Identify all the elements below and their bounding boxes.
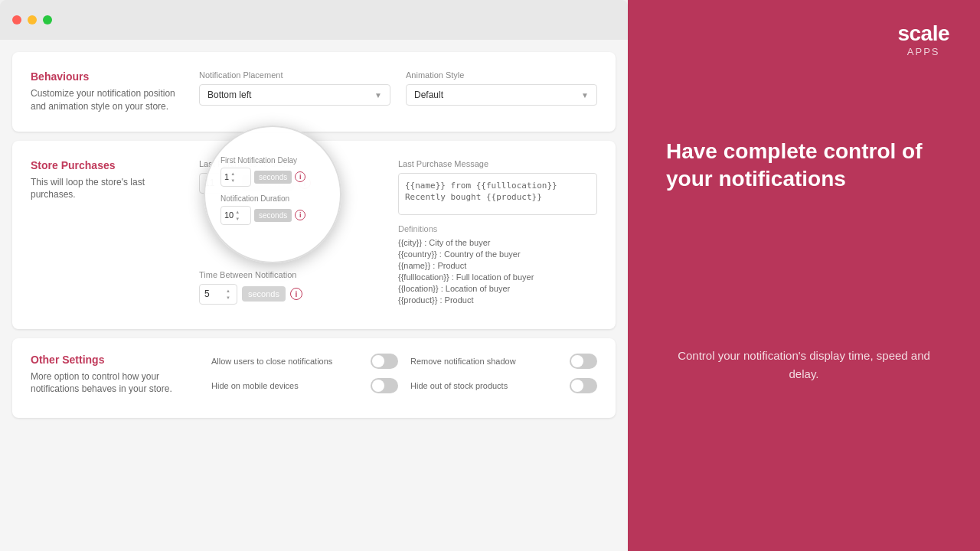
last-purchase-message-label: Last Purchase Message [398, 159, 597, 168]
first-notification-unit: seconds [254, 171, 292, 184]
time-between-input[interactable]: 5 ▲ ▼ [199, 284, 237, 305]
browser-chrome [0, 0, 628, 40]
store-purchases-title: Store Purchases [31, 159, 184, 171]
notification-duration-label: Notification Duration [220, 194, 325, 203]
close-button[interactable] [12, 15, 21, 24]
chevron-down-icon-2: ▼ [581, 91, 589, 99]
hide-stock-row: Hide out of stock products [410, 378, 597, 393]
notification-duration-value: 10 [224, 210, 234, 220]
animation-style-label: Animation Style [406, 70, 597, 80]
other-settings-left: Other Settings More option to control ho… [31, 354, 199, 396]
down-first-notif-icon[interactable]: ▼ [229, 178, 237, 184]
brand-sub: Apps [897, 46, 949, 57]
time-between-unit: seconds [242, 286, 286, 302]
notification-duration-arrows: ▲ ▼ [234, 209, 241, 222]
store-purchases-right-col: Last Purchase Message Definitions {{city… [398, 159, 597, 311]
definition-item: {{product}} : Product [398, 295, 597, 305]
definitions-col: Definitions {{city}} : City of the buyer… [398, 224, 597, 305]
definition-item: {{fulllocation}} : Full location of buye… [398, 272, 597, 282]
last-purchase-message-field: Last Purchase Message [398, 159, 597, 218]
chevron-down-icon: ▼ [374, 91, 382, 99]
first-notification-arrows: ▲ ▼ [229, 171, 237, 184]
behaviours-card: Behaviours Customize your notification p… [12, 52, 616, 132]
up-arrow-time-icon[interactable]: ▲ [224, 288, 232, 294]
store-purchases-left: Store Purchases This will loop the store… [31, 159, 199, 311]
other-settings-col1: Allow users to close notifications Hide … [211, 354, 398, 403]
definitions-list: {{city}} : City of the buyer{{country}} … [398, 238, 597, 305]
allow-close-toggle[interactable] [371, 354, 398, 369]
animation-style-value: Default [414, 90, 443, 100]
hide-mobile-toggle[interactable] [371, 378, 398, 393]
notification-placement-value: Bottom left [207, 90, 251, 100]
brand-logo: scale Apps [897, 23, 949, 57]
allow-close-label: Allow users to close notifications [211, 357, 332, 366]
first-notification-delay-input[interactable]: 1 ▲ ▼ [220, 168, 251, 187]
down-duration-icon[interactable]: ▼ [234, 216, 241, 222]
time-between-label: Time Between Notification [199, 270, 386, 279]
notification-duration-unit: seconds [254, 209, 292, 222]
remove-shadow-label: Remove notification shadow [410, 357, 516, 366]
animation-style-field: Animation Style Default ▼ [406, 70, 597, 113]
up-duration-icon[interactable]: ▲ [234, 209, 241, 215]
up-first-notif-icon[interactable]: ▲ [229, 171, 237, 177]
left-panel: Behaviours Customize your notification p… [0, 0, 628, 551]
hero-text: Have complete control of your notificati… [666, 138, 942, 194]
behaviours-desc: Customize your notification position and… [31, 87, 184, 113]
animation-style-select[interactable]: Default ▼ [406, 84, 597, 106]
magnifier-overlay: First Notification Delay 1 ▲ ▼ seconds i [204, 126, 341, 263]
info-icon-time[interactable]: i [290, 288, 302, 300]
remove-shadow-toggle[interactable] [570, 354, 597, 369]
definition-item: {{location}} : Location of buyer [398, 284, 597, 293]
time-between-arrows: ▲ ▼ [224, 288, 232, 301]
first-notification-delay-input-row: 1 ▲ ▼ seconds i [220, 168, 325, 187]
app-content: Behaviours Customize your notification p… [0, 40, 628, 551]
other-settings-grid: Other Settings More option to control ho… [31, 354, 597, 403]
notification-duration-input-row: 10 ▲ ▼ seconds i [220, 206, 325, 225]
info-icon-duration[interactable]: i [295, 210, 305, 220]
brand-name: scale [897, 23, 949, 44]
maximize-button[interactable] [43, 15, 52, 24]
other-settings-desc: More option to control how your notifica… [31, 370, 184, 396]
behaviours-title: Behaviours [31, 70, 184, 83]
hide-stock-label: Hide out of stock products [410, 381, 508, 390]
down-arrow-time-icon[interactable]: ▼ [224, 295, 232, 301]
notification-placement-label: Notification Placement [199, 70, 390, 80]
notification-duration-input[interactable]: 10 ▲ ▼ [220, 206, 251, 225]
definition-item: {{name}} : Product [398, 261, 597, 270]
other-settings-card: Other Settings More option to control ho… [12, 338, 616, 418]
behaviours-right: Notification Placement Bottom left ▼ Ani… [199, 70, 597, 113]
notification-placement-select[interactable]: Bottom left ▼ [199, 84, 390, 106]
other-settings-col2: Remove notification shadow Hide out of s… [410, 354, 597, 403]
definition-item: {{city}} : City of the buyer [398, 238, 597, 247]
notification-duration-field: Notification Duration 10 ▲ ▼ seconds i [220, 194, 325, 225]
hide-stock-toggle[interactable] [570, 378, 597, 393]
remove-shadow-row: Remove notification shadow [410, 354, 597, 369]
time-between-value: 5 [204, 289, 223, 299]
info-icon-first-notif[interactable]: i [295, 171, 305, 182]
store-purchases-card: Store Purchases This will loop the store… [12, 141, 616, 329]
right-panel: scale Apps Have complete control of your… [628, 0, 980, 551]
hide-mobile-label: Hide on mobile devices [211, 381, 299, 390]
first-notification-delay-label: First Notification Delay [220, 156, 325, 165]
hide-mobile-row: Hide on mobile devices [211, 378, 398, 393]
first-notification-delay-field: First Notification Delay 1 ▲ ▼ seconds i [220, 156, 325, 187]
definitions-title: Definitions [398, 224, 597, 233]
definition-item: {{country}} : Country of the buyer [398, 249, 597, 259]
other-settings-title: Other Settings [31, 354, 199, 366]
behaviours-left: Behaviours Customize your notification p… [31, 70, 199, 113]
time-between-input-wrap: 5 ▲ ▼ seconds i [199, 284, 386, 305]
store-purchases-desc: This will loop the store's last purchase… [31, 176, 184, 202]
notification-placement-field: Notification Placement Bottom left ▼ [199, 70, 390, 113]
sub-text: Control your notification's display time… [666, 347, 942, 383]
allow-close-row: Allow users to close notifications [211, 354, 398, 369]
time-between-field: Time Between Notification 5 ▲ ▼ seconds … [199, 270, 386, 305]
minimize-button[interactable] [28, 15, 37, 24]
last-purchase-message-textarea[interactable] [398, 173, 597, 215]
